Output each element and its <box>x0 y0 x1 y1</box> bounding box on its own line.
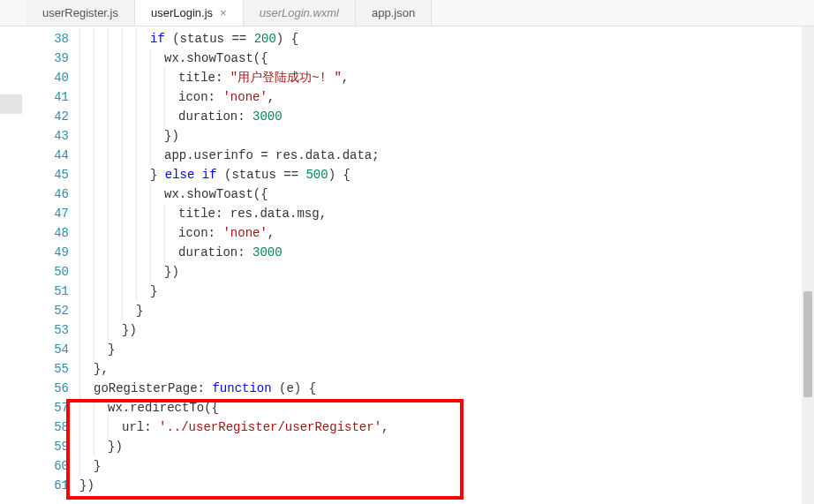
code-line[interactable]: wx.showToast({ <box>79 49 814 68</box>
line-number: 49 <box>22 243 79 262</box>
tab-userlogin-wxml[interactable]: userLogin.wxml <box>244 0 356 26</box>
code-line[interactable]: duration: 3000 <box>79 107 814 126</box>
code-line[interactable]: } <box>79 282 814 301</box>
code-line[interactable]: goRegisterPage: function (e) { <box>79 379 814 398</box>
line-number: 58 <box>22 417 79 437</box>
line-number: 42 <box>22 107 79 126</box>
tab-bar: userRegister.js userLogin.js × userLogin… <box>0 0 814 26</box>
line-number: 48 <box>22 223 79 243</box>
code-line[interactable]: app.userinfo = res.data.data; <box>79 146 814 165</box>
tab-appjson[interactable]: app.json <box>356 0 432 26</box>
line-number: 40 <box>22 68 79 87</box>
code-area[interactable]: if (status == 200) {wx.showToast({title:… <box>79 26 814 504</box>
line-number: 45 <box>22 165 79 184</box>
code-line[interactable]: duration: 3000 <box>79 243 814 262</box>
line-number: 50 <box>22 262 79 282</box>
code-line[interactable]: } <box>79 456 814 476</box>
line-number: 52 <box>22 301 79 320</box>
code-line[interactable]: }) <box>79 437 814 456</box>
line-number: 60 <box>22 456 79 476</box>
line-number-gutter: 3839404142434445464748495051525354555657… <box>22 26 79 504</box>
code-line[interactable]: wx.redirectTo({ <box>79 398 814 417</box>
line-number: 39 <box>22 49 79 68</box>
tab-userregister[interactable]: userRegister.js <box>26 0 135 26</box>
code-line[interactable]: } else if (status == 500) { <box>79 165 814 184</box>
gutter-marker <box>0 94 22 114</box>
code-line[interactable]: }, <box>79 359 814 379</box>
code-line[interactable]: icon: 'none', <box>79 223 814 243</box>
line-number: 38 <box>22 29 79 49</box>
tab-label: userLogin.wxml <box>260 6 339 19</box>
code-line[interactable]: }) <box>79 126 814 146</box>
vertical-scrollbar[interactable] <box>802 26 814 504</box>
line-number: 55 <box>22 359 79 379</box>
code-line[interactable]: } <box>79 301 814 320</box>
code-line[interactable]: }) <box>79 262 814 282</box>
tab-label: userRegister.js <box>42 6 118 19</box>
tab-label: app.json <box>372 6 415 19</box>
tab-label: userLogin.js <box>151 6 213 19</box>
code-line[interactable]: icon: 'none', <box>79 87 814 107</box>
line-number: 54 <box>22 340 79 359</box>
line-number: 59 <box>22 437 79 456</box>
line-number: 56 <box>22 379 79 398</box>
scroll-thumb[interactable] <box>803 291 812 397</box>
line-number: 41 <box>22 87 79 107</box>
line-number: 47 <box>22 204 79 223</box>
line-number: 43 <box>22 126 79 146</box>
code-line[interactable]: wx.showToast({ <box>79 184 814 204</box>
line-number: 53 <box>22 320 79 340</box>
line-number: 44 <box>22 146 79 165</box>
code-line[interactable]: url: '../userRegister/userRegister', <box>79 417 814 437</box>
line-number: 57 <box>22 398 79 417</box>
close-icon[interactable]: × <box>220 6 227 19</box>
code-line[interactable]: }) <box>79 320 814 340</box>
line-number: 46 <box>22 184 79 204</box>
code-editor[interactable]: 3839404142434445464748495051525354555657… <box>0 26 814 504</box>
code-line[interactable]: if (status == 200) { <box>79 29 814 49</box>
code-line[interactable]: title: res.data.msg, <box>79 204 814 223</box>
code-line[interactable]: title: "用户登陆成功~! ", <box>79 68 814 87</box>
tab-userlogin-js[interactable]: userLogin.js × <box>135 0 244 26</box>
line-number: 51 <box>22 282 79 301</box>
line-number: 61 <box>22 476 79 495</box>
code-line[interactable]: } <box>79 340 814 359</box>
code-line[interactable]: }) <box>79 476 814 495</box>
